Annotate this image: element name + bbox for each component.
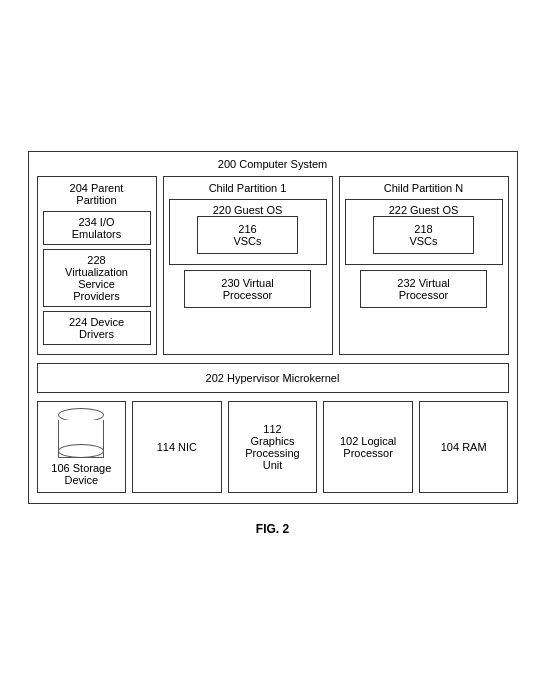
logical-processor-label: 102 LogicalProcessor [340, 435, 396, 459]
logical-processor-box: 102 LogicalProcessor [323, 401, 413, 493]
figure-label: FIG. 2 [256, 522, 289, 536]
nic-label: 114 NIC [157, 441, 197, 453]
guest-os-1-box: 220 Guest OS 216VSCs [169, 199, 327, 265]
hardware-row: 106 StorageDevice 114 NIC 112GraphicsPro… [37, 401, 509, 493]
vscs-n-label: 218VSCs [409, 223, 437, 247]
child-partition-1-label: Child Partition 1 [169, 182, 327, 194]
parent-partition-label: 204 ParentPartition [43, 182, 151, 206]
child-partition-n-label: Child Partition N [345, 182, 503, 194]
ram-label: 104 RAM [441, 441, 487, 453]
virtual-proc-1-label: 230 VirtualProcessor [221, 277, 273, 301]
nic-box: 114 NIC [132, 401, 222, 493]
computer-system-box: 200 Computer System 204 ParentPartition … [28, 151, 518, 504]
diagram-wrapper: 200 Computer System 204 ParentPartition … [20, 151, 525, 536]
vscs-1-label: 216VSCs [233, 223, 261, 247]
storage-device-box: 106 StorageDevice [37, 401, 127, 493]
virtual-proc-1-box: 230 VirtualProcessor [184, 270, 310, 308]
vsp-box: 228VirtualizationServiceProviders [43, 249, 151, 307]
virtual-proc-n-label: 232 VirtualProcessor [397, 277, 449, 301]
ram-box: 104 RAM [419, 401, 509, 493]
vscs-1-box: 216VSCs [197, 216, 298, 254]
guest-os-n-label: 222 Guest OS [389, 204, 459, 216]
child-partition-n-box: Child Partition N 222 Guest OS 218VSCs 2… [339, 176, 509, 355]
io-emulators-label: 234 I/OEmulators [72, 216, 122, 240]
hypervisor-box: 202 Hypervisor Microkernel [37, 363, 509, 393]
storage-label: 106 StorageDevice [51, 462, 111, 486]
device-drivers-label: 224 DeviceDrivers [69, 316, 124, 340]
guest-os-n-box: 222 Guest OS 218VSCs [345, 199, 503, 265]
storage-cylinder-icon [58, 408, 104, 458]
parent-partition-box: 204 ParentPartition 234 I/OEmulators 228… [37, 176, 157, 355]
virtual-proc-n-box: 232 VirtualProcessor [360, 270, 486, 308]
io-emulators-box: 234 I/OEmulators [43, 211, 151, 245]
vscs-n-box: 218VSCs [373, 216, 474, 254]
computer-system-label: 200 Computer System [37, 158, 509, 170]
device-drivers-box: 224 DeviceDrivers [43, 311, 151, 345]
partitions-row: 204 ParentPartition 234 I/OEmulators 228… [37, 176, 509, 355]
hypervisor-label: 202 Hypervisor Microkernel [206, 372, 340, 384]
guest-os-1-label: 220 Guest OS [213, 204, 283, 216]
vsp-label: 228VirtualizationServiceProviders [65, 254, 128, 302]
child-partition-1-box: Child Partition 1 220 Guest OS 216VSCs 2… [163, 176, 333, 355]
gpu-label: 112GraphicsProcessingUnit [245, 423, 299, 471]
gpu-box: 112GraphicsProcessingUnit [228, 401, 318, 493]
